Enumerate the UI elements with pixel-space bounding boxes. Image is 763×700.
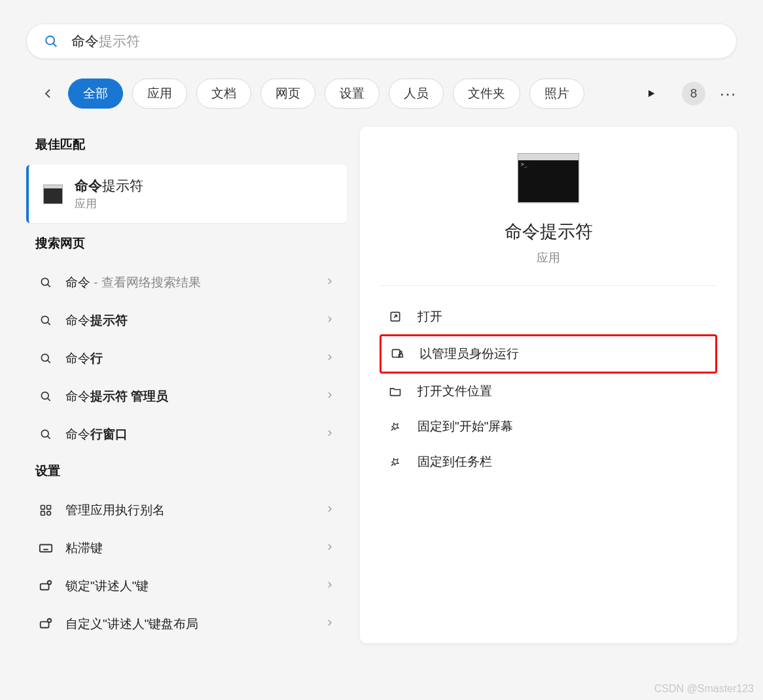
preview-title: 命令提示符 bbox=[505, 220, 593, 243]
svg-line-29 bbox=[391, 429, 393, 430]
search-icon bbox=[38, 313, 54, 328]
cmd-icon bbox=[518, 153, 579, 203]
search-icon bbox=[38, 389, 54, 404]
setting-item-1[interactable]: 粘滞键 bbox=[26, 529, 347, 567]
tab-settings[interactable]: 设置 bbox=[325, 79, 380, 109]
svg-line-5 bbox=[48, 323, 50, 325]
list-item-label: 命令行窗口 bbox=[65, 426, 325, 443]
setting-item-3[interactable]: 自定义"讲述人"键盘布局 bbox=[26, 605, 347, 643]
preview-header: 命令提示符 应用 bbox=[380, 153, 717, 286]
action-pin-start[interactable]: 固定到"开始"屏幕 bbox=[380, 409, 717, 444]
svg-line-11 bbox=[48, 436, 50, 439]
svg-point-25 bbox=[48, 619, 52, 623]
web-item-1[interactable]: 命令提示符 bbox=[26, 302, 347, 340]
best-match-item[interactable]: 命令提示符 应用 bbox=[26, 165, 347, 223]
chevron-right-icon bbox=[325, 428, 335, 441]
results-panel: 最佳匹配 命令提示符 应用 搜索网页 命令 - 查看网络搜索结果 命令提示符 bbox=[26, 127, 347, 643]
search-bar[interactable]: 命令提示符 bbox=[26, 24, 737, 59]
search-typed: 命令 bbox=[71, 33, 99, 48]
web-item-4[interactable]: 命令行窗口 bbox=[26, 415, 347, 453]
tab-people[interactable]: 人员 bbox=[389, 79, 444, 109]
action-label: 固定到任务栏 bbox=[417, 453, 492, 470]
cmd-icon bbox=[43, 184, 63, 204]
pin-icon bbox=[387, 419, 403, 434]
best-match-subtitle: 应用 bbox=[75, 196, 143, 211]
web-item-3[interactable]: 命令提示符 管理员 bbox=[26, 377, 347, 415]
action-label: 固定到"开始"屏幕 bbox=[417, 418, 514, 435]
chevron-right-icon bbox=[325, 352, 335, 365]
search-text: 命令提示符 bbox=[71, 32, 140, 50]
svg-point-6 bbox=[41, 354, 48, 361]
tab-documents[interactable]: 文档 bbox=[196, 79, 251, 109]
list-item-label: 命令 - 查看网络搜索结果 bbox=[65, 274, 325, 291]
chevron-right-icon bbox=[325, 390, 335, 403]
svg-line-3 bbox=[48, 285, 50, 287]
list-item-label: 管理应用执行别名 bbox=[65, 502, 325, 519]
action-label: 打开 bbox=[417, 308, 442, 325]
web-item-2[interactable]: 命令行 bbox=[26, 340, 347, 377]
best-match-title-rest: 提示符 bbox=[102, 178, 143, 193]
svg-line-9 bbox=[48, 398, 50, 401]
folder-icon bbox=[387, 383, 403, 399]
list-item-label: 锁定"讲述人"键 bbox=[65, 578, 325, 595]
search-icon bbox=[44, 34, 58, 48]
tab-web[interactable]: 网页 bbox=[260, 79, 315, 109]
tab-folders[interactable]: 文件夹 bbox=[453, 79, 520, 109]
notification-badge[interactable]: 8 bbox=[682, 82, 705, 105]
best-match-title-bold: 命令 bbox=[75, 178, 102, 193]
pin-icon bbox=[387, 454, 403, 470]
play-icon[interactable] bbox=[640, 82, 662, 105]
more-icon[interactable]: ··· bbox=[720, 84, 737, 103]
preview-actions: 打开 以管理员身份运行 打开文件位置 固定到"开始"屏幕 固定到任务栏 bbox=[360, 286, 737, 480]
svg-point-2 bbox=[41, 278, 48, 285]
search-icon bbox=[38, 275, 54, 290]
svg-rect-12 bbox=[41, 506, 45, 510]
action-open-location[interactable]: 打开文件位置 bbox=[380, 374, 717, 409]
back-button[interactable] bbox=[37, 82, 59, 105]
web-item-0[interactable]: 命令 - 查看网络搜索结果 bbox=[26, 264, 347, 302]
svg-rect-24 bbox=[41, 621, 49, 627]
svg-point-28 bbox=[400, 351, 402, 353]
preview-panel: 命令提示符 应用 打开 以管理员身份运行 打开文件位置 固定到 bbox=[360, 127, 737, 643]
list-item-label: 命令提示符 管理员 bbox=[65, 388, 325, 405]
best-match-header: 最佳匹配 bbox=[35, 136, 347, 153]
action-open[interactable]: 打开 bbox=[380, 299, 717, 334]
svg-point-8 bbox=[41, 392, 48, 399]
action-pin-taskbar[interactable]: 固定到任务栏 bbox=[380, 444, 717, 480]
svg-line-30 bbox=[391, 464, 393, 466]
list-item-label: 自定义"讲述人"键盘布局 bbox=[65, 616, 325, 633]
svg-point-23 bbox=[48, 581, 52, 585]
open-icon bbox=[387, 309, 403, 324]
keyboard-icon bbox=[38, 540, 54, 556]
chevron-right-icon bbox=[325, 314, 335, 327]
tab-apps[interactable]: 应用 bbox=[132, 79, 187, 109]
content-area: 最佳匹配 命令提示符 应用 搜索网页 命令 - 查看网络搜索结果 命令提示符 bbox=[26, 127, 737, 643]
filter-toolbar: 全部 应用 文档 网页 设置 人员 文件夹 照片 8 ··· bbox=[37, 79, 737, 109]
search-icon bbox=[38, 427, 54, 442]
list-item-label: 命令行 bbox=[65, 350, 325, 367]
settings-header: 设置 bbox=[35, 463, 347, 480]
chevron-right-icon bbox=[325, 618, 335, 631]
watermark: CSDN @Smaster123 bbox=[654, 683, 754, 695]
svg-point-15 bbox=[47, 512, 51, 516]
svg-rect-14 bbox=[41, 512, 45, 516]
chevron-right-icon bbox=[325, 276, 335, 289]
admin-icon bbox=[389, 346, 405, 362]
setting-item-0[interactable]: 管理应用执行别名 bbox=[26, 491, 347, 529]
chevron-right-icon bbox=[325, 542, 335, 555]
narrator-key-icon bbox=[38, 578, 54, 594]
action-run-admin[interactable]: 以管理员身份运行 bbox=[380, 334, 717, 374]
svg-rect-16 bbox=[40, 545, 52, 552]
setting-item-2[interactable]: 锁定"讲述人"键 bbox=[26, 567, 347, 605]
tab-all[interactable]: 全部 bbox=[68, 79, 123, 109]
best-match-text: 命令提示符 应用 bbox=[75, 177, 143, 211]
web-search-header: 搜索网页 bbox=[35, 235, 347, 252]
chevron-right-icon bbox=[325, 504, 335, 517]
tab-photos[interactable]: 照片 bbox=[529, 79, 584, 109]
narrator-layout-icon bbox=[38, 616, 54, 632]
svg-point-10 bbox=[41, 430, 48, 437]
svg-point-4 bbox=[41, 316, 48, 323]
preview-subtitle: 应用 bbox=[537, 250, 560, 266]
action-label: 以管理员身份运行 bbox=[419, 345, 519, 362]
search-suggestion: 提示符 bbox=[99, 33, 140, 48]
